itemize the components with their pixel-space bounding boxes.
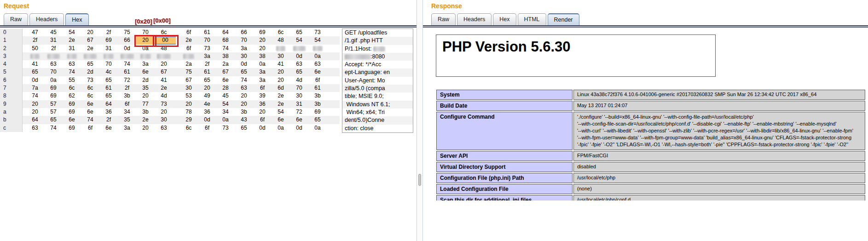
hex-byte[interactable]: 6d <box>272 84 290 92</box>
hex-byte[interactable]: 20 <box>253 108 272 116</box>
hex-byte[interactable]: 31 <box>44 36 63 44</box>
hex-byte[interactable]: 6e <box>272 116 290 124</box>
hex-byte[interactable]: 69 <box>44 84 63 92</box>
hex-byte-redacted[interactable] <box>26 52 44 60</box>
hex-byte[interactable]: 65 <box>99 92 118 100</box>
hex-byte[interactable]: 6e <box>81 100 99 108</box>
hex-byte[interactable]: 6e <box>99 124 118 132</box>
hex-byte[interactable]: 20 <box>272 76 290 84</box>
hex-byte[interactable]: 20 <box>136 124 155 132</box>
hex-byte[interactable]: 31 <box>99 45 118 52</box>
hex-byte[interactable]: 20 <box>26 100 44 108</box>
hex-byte[interactable]: 74 <box>235 76 253 84</box>
hex-byte[interactable]: 53 <box>179 92 198 100</box>
hex-byte[interactable]: 0a <box>253 60 272 68</box>
hex-byte[interactable]: 0a <box>308 124 327 132</box>
hex-byte[interactable]: 2e <box>272 100 290 108</box>
hex-byte[interactable]: 57 <box>44 108 63 116</box>
hex-byte[interactable]: 34 <box>118 108 136 116</box>
hex-byte[interactable]: 3b <box>308 92 327 100</box>
hex-byte[interactable]: 3a <box>118 124 136 132</box>
hex-byte[interactable]: 0d <box>118 45 136 52</box>
hex-byte[interactable]: 0a <box>44 76 63 84</box>
hex-byte[interactable]: 69 <box>63 100 81 108</box>
hex-byte[interactable]: 39 <box>253 92 272 100</box>
hex-byte[interactable]: 4d <box>290 76 308 84</box>
hex-byte-redacted[interactable] <box>290 45 308 52</box>
hex-byte[interactable]: 28 <box>216 84 235 92</box>
response-tab-render[interactable]: Render <box>548 13 579 25</box>
hex-byte[interactable]: 65 <box>26 68 44 76</box>
hex-byte[interactable]: 2f <box>99 29 118 36</box>
hex-byte[interactable]: 0a <box>308 52 327 60</box>
hex-byte[interactable]: 20 <box>136 92 155 100</box>
hex-byte[interactable]: 3b <box>308 100 327 108</box>
hex-byte[interactable]: 2e <box>63 36 81 44</box>
hex-byte[interactable]: 61 <box>198 68 216 76</box>
hex-byte[interactable]: 3a <box>235 45 253 52</box>
hex-byte[interactable]: 49 <box>198 92 216 100</box>
hex-byte-redacted[interactable] <box>272 45 290 52</box>
hex-byte[interactable]: 69 <box>63 108 81 116</box>
hex-byte[interactable]: 4c <box>99 68 118 76</box>
hex-byte[interactable]: 73 <box>308 29 327 36</box>
hex-byte[interactable]: 41 <box>272 60 290 68</box>
hex-byte[interactable]: 62 <box>63 92 81 100</box>
hex-byte[interactable]: 6f <box>118 100 136 108</box>
hex-byte[interactable]: 4d <box>155 92 173 100</box>
hex-byte[interactable]: 65 <box>99 76 118 84</box>
hex-byte[interactable]: 2e <box>81 45 99 52</box>
hex-byte[interactable]: 67 <box>155 68 173 76</box>
hex-byte[interactable]: 20 <box>179 100 198 108</box>
hex-byte[interactable]: 54 <box>272 108 290 116</box>
hex-byte[interactable]: 30 <box>235 52 253 60</box>
hex-byte[interactable]: 54 <box>290 36 308 44</box>
hex-byte[interactable]: 6f <box>179 45 198 52</box>
hex-byte[interactable]: 64 <box>26 116 44 124</box>
hex-byte[interactable]: 69 <box>99 36 118 44</box>
hex-byte[interactable]: 2e <box>136 116 155 124</box>
hex-byte[interactable]: 20 <box>155 60 173 68</box>
hex-byte-redacted[interactable] <box>99 52 118 60</box>
hex-byte[interactable]: 68 <box>216 36 235 44</box>
hex-byte[interactable]: 6c <box>63 84 81 92</box>
hex-byte[interactable]: 2f <box>118 84 136 92</box>
hex-byte[interactable]: 41 <box>26 60 44 68</box>
hex-byte[interactable]: 64 <box>216 29 235 36</box>
hex-byte[interactable]: 36 <box>198 108 216 116</box>
response-tab-hex[interactable]: Hex <box>493 13 516 25</box>
hex-byte[interactable]: 6f <box>308 76 327 84</box>
hex-byte[interactable]: 73 <box>216 124 235 132</box>
hex-byte[interactable]: 31 <box>63 45 81 52</box>
hex-byte[interactable]: 30 <box>290 92 308 100</box>
hex-byte[interactable]: 65 <box>235 124 253 132</box>
hex-byte[interactable]: 54 <box>63 29 81 36</box>
hex-byte[interactable]: 0a <box>272 124 290 132</box>
hex-byte[interactable]: 61 <box>118 68 136 76</box>
hex-byte[interactable]: 29 <box>179 116 198 124</box>
hex-byte[interactable]: 6e <box>308 68 327 76</box>
hex-byte[interactable]: 74 <box>26 92 44 100</box>
hex-byte[interactable]: 72 <box>290 108 308 116</box>
hex-byte-redacted[interactable] <box>63 52 81 60</box>
response-tab-raw[interactable]: Raw <box>431 13 456 25</box>
hex-byte[interactable]: 6e <box>136 68 155 76</box>
hex-byte[interactable]: 2a <box>216 60 235 68</box>
hex-byte[interactable]: 74 <box>63 68 81 76</box>
hex-byte[interactable]: 65 <box>290 68 308 76</box>
hex-byte[interactable]: 72 <box>118 76 136 84</box>
hex-byte-redacted[interactable] <box>81 52 99 60</box>
hex-byte[interactable]: 3a <box>136 60 155 68</box>
hex-byte[interactable]: 2e <box>179 36 198 44</box>
hex-byte[interactable]: 2a <box>179 60 198 68</box>
hex-byte[interactable]: 4e <box>198 100 216 108</box>
hex-byte[interactable]: 0d <box>290 124 308 132</box>
hex-byte[interactable]: 0d <box>235 60 253 68</box>
hex-byte[interactable]: 66 <box>118 36 136 44</box>
hex-byte[interactable]: 6f <box>179 29 198 36</box>
hex-byte-redacted[interactable] <box>308 45 327 52</box>
hex-byte[interactable]: 63 <box>63 60 81 68</box>
hex-byte[interactable]: 57 <box>44 100 63 108</box>
hex-byte[interactable]: 63 <box>26 124 44 132</box>
hex-byte[interactable]: 20 <box>155 108 173 116</box>
